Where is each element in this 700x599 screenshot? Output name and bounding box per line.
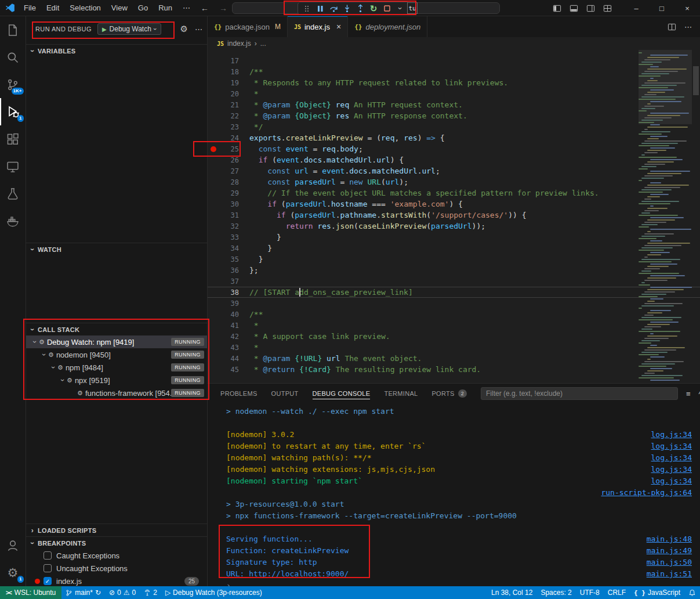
account-icon[interactable]: [0, 532, 26, 559]
console-source-link[interactable]: log.js:34: [640, 464, 692, 475]
checkbox-unchecked[interactable]: [43, 564, 52, 572]
console-source-link[interactable]: main.js:48: [635, 533, 692, 545]
breakpoint-row[interactable]: Uncaught Exceptions: [26, 562, 207, 575]
menu-view[interactable]: View: [106, 0, 133, 16]
menu-edit[interactable]: Edit: [41, 0, 64, 16]
code-line-34[interactable]: 34 }: [208, 243, 700, 254]
call-stack-section-header[interactable]: › CALL STACK: [26, 323, 207, 335]
scrollbar-thumb[interactable]: [693, 66, 699, 95]
debug-settings-gear-icon[interactable]: ⚙: [180, 24, 188, 34]
minimap[interactable]: [639, 50, 692, 383]
code-line-45[interactable]: 45 * @return {!Card} The resulting previ…: [208, 364, 700, 375]
code-line-33[interactable]: 33 }: [208, 232, 700, 243]
call-stack-session[interactable]: ›⚙ Debug Watch: npm [9419] RUNNING: [26, 335, 207, 348]
cursor-position-item[interactable]: Ln 38, Col 12: [487, 586, 536, 599]
tab-index-js[interactable]: JS index.js ×: [288, 16, 348, 37]
code-line-28[interactable]: 28 const parsedUrl = new URL(url);: [208, 176, 700, 187]
tab-close-icon[interactable]: ×: [336, 22, 341, 31]
activity-source-control-icon[interactable]: 1K+: [0, 71, 26, 98]
code-line-17[interactable]: 17: [208, 55, 700, 66]
console-lines-icon[interactable]: ≡: [686, 389, 691, 398]
menu-run[interactable]: Run: [153, 0, 177, 16]
tab-ports[interactable]: PORTS2: [431, 388, 467, 399]
code-line-43[interactable]: 43 *: [208, 342, 700, 353]
eol-item[interactable]: CRLF: [604, 586, 630, 599]
console-source-link[interactable]: log.js:34: [640, 429, 692, 441]
code-line-38[interactable]: 38// [START add_ons_case_preview_link]: [208, 287, 700, 298]
code-line-19[interactable]: 19 * Responds to any HTTP request relate…: [208, 77, 700, 88]
call-stack-session[interactable]: ›⚙ npx [9519] RUNNING: [26, 374, 207, 387]
step-out-icon[interactable]: [354, 3, 367, 15]
code-line-25[interactable]: 25 const event = req.body;: [208, 143, 700, 154]
activity-testing-icon[interactable]: [0, 180, 26, 207]
gutter-glyph-margin[interactable]: [208, 146, 219, 152]
restart-icon[interactable]: ↻: [367, 3, 380, 15]
code-line-24[interactable]: 24exports.createLinkPreview = (req, res)…: [208, 132, 700, 143]
code-line-18[interactable]: 18/**: [208, 66, 700, 77]
code-line-44[interactable]: 44 * @param {!URL} url The event object.: [208, 353, 700, 364]
step-into-icon[interactable]: [340, 3, 353, 15]
call-stack-session[interactable]: ⚙ functions-framework [954... RUNNING: [26, 387, 207, 399]
indentation-item[interactable]: Spaces: 2: [536, 586, 575, 599]
tab-debug-console[interactable]: DEBUG CONSOLE: [313, 388, 371, 399]
console-source-link[interactable]: main.js:49: [635, 545, 692, 557]
step-over-icon[interactable]: [327, 3, 340, 15]
views-more-icon[interactable]: ⋯: [195, 25, 202, 34]
split-editor-icon[interactable]: [668, 23, 676, 31]
watch-section-header[interactable]: › WATCH: [26, 243, 207, 255]
activity-remote-explorer-icon[interactable]: [0, 153, 26, 180]
code-line-40[interactable]: 40/**: [208, 309, 700, 320]
code-line-30[interactable]: 30 if (parsedUrl.hostname === 'example.c…: [208, 199, 700, 210]
menu-more[interactable]: ⋯: [177, 0, 195, 16]
forward-arrow-icon[interactable]: →: [214, 3, 233, 13]
console-source-link[interactable]: main.js:51: [635, 568, 692, 580]
menu-go[interactable]: Go: [133, 0, 153, 16]
forwarded-ports-item[interactable]: 2: [140, 586, 161, 599]
settings-gear-icon[interactable]: ⚙ 1: [0, 559, 26, 586]
editor-scrollbar[interactable]: [692, 50, 700, 383]
activity-extensions-icon[interactable]: [0, 125, 26, 153]
code-line-39[interactable]: 39: [208, 298, 700, 309]
code-line-31[interactable]: 31 if (parsedUrl.pathname.startsWith('/s…: [208, 210, 700, 221]
code-line-20[interactable]: 20 *: [208, 88, 700, 99]
activity-docker-icon[interactable]: [0, 207, 26, 234]
start-debug-icon[interactable]: ▶: [102, 26, 107, 33]
notifications-bell-icon[interactable]: [684, 586, 700, 599]
stop-icon[interactable]: [380, 3, 393, 15]
toolbar-drag-handle-icon[interactable]: [300, 3, 313, 15]
debug-console[interactable]: > nodemon --watch ./ --exec npm start[no…: [208, 405, 700, 586]
menu-file[interactable]: File: [19, 0, 41, 16]
tab-deployment-json[interactable]: {} deployment.json: [348, 16, 427, 37]
code-line-37[interactable]: 37: [208, 276, 700, 287]
debug-launch-dropdown[interactable]: ▶ Debug Watch ›: [97, 23, 161, 35]
code-line-27[interactable]: 27 const url = event.docs.matchedUrl.url…: [208, 165, 700, 176]
variables-section-header[interactable]: › VARIABLES: [26, 44, 207, 57]
breadcrumb[interactable]: JS index.js › ...: [208, 37, 700, 50]
editor-more-icon[interactable]: ⋯: [684, 23, 692, 31]
console-source-link[interactable]: log.js:34: [640, 452, 692, 464]
code-editor[interactable]: 1718/**19 * Responds to any HTTP request…: [208, 50, 700, 383]
language-mode-item[interactable]: { } JavaScript: [630, 586, 684, 599]
activity-explorer-icon[interactable]: [0, 16, 26, 44]
code-line-42[interactable]: 42 * A support case link preview.: [208, 331, 700, 342]
activity-run-debug-icon[interactable]: 1: [0, 98, 26, 125]
console-source-link[interactable]: log.js:34: [640, 475, 692, 487]
loaded-scripts-section-header[interactable]: › LOADED SCRIPTS: [26, 524, 207, 536]
encoding-item[interactable]: UTF-8: [576, 586, 604, 599]
pause-icon[interactable]: [314, 3, 327, 15]
toggle-primary-sidebar-icon[interactable]: [553, 4, 561, 13]
close-button[interactable]: ×: [674, 0, 700, 16]
debug-session-dropdown-icon[interactable]: ›: [394, 3, 407, 15]
code-line-41[interactable]: 41 *: [208, 320, 700, 331]
debug-status-item[interactable]: ▷ Debug Watch (3p-resources): [161, 586, 266, 599]
console-source-link[interactable]: main.js:50: [635, 557, 692, 568]
toggle-secondary-sidebar-icon[interactable]: [586, 4, 595, 13]
customize-layout-icon[interactable]: [603, 4, 612, 13]
code-line-35[interactable]: 35 }: [208, 254, 700, 265]
code-line-29[interactable]: 29 // If the event object URL matches a …: [208, 187, 700, 199]
code-line-26[interactable]: 26 if (event.docs.matchedUrl.url) {: [208, 154, 700, 165]
tab-terminal[interactable]: TERMINAL: [384, 388, 418, 399]
checkbox-unchecked[interactable]: [43, 551, 52, 560]
git-branch-item[interactable]: main* ↻: [61, 586, 105, 599]
console-source-link[interactable]: log.js:34: [640, 441, 692, 452]
